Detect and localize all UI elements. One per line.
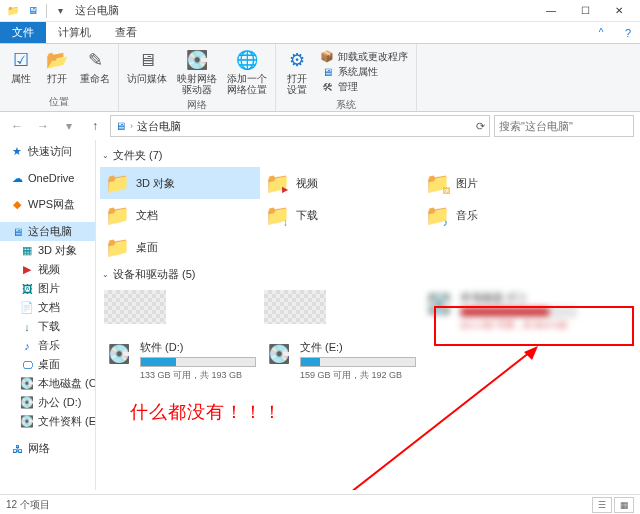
close-button[interactable]: ✕ bbox=[602, 0, 636, 22]
folder-icon: 📁 bbox=[424, 202, 450, 228]
map-drive-button[interactable]: 💽 映射网络 驱动器 bbox=[173, 46, 221, 97]
help-icon[interactable]: ? bbox=[616, 22, 640, 43]
folder-video[interactable]: 📁视频 bbox=[260, 167, 420, 199]
sidebar-item-docs[interactable]: 📄文档 bbox=[0, 298, 95, 317]
view-details-button[interactable]: ☰ bbox=[592, 497, 612, 513]
manage-icon: 🛠 bbox=[320, 80, 334, 94]
folders-grid: 📁3D 对象 📁视频 📁图片 📁文档 📁下载 📁音乐 📁桌面 bbox=[100, 167, 632, 263]
folder-icon: 📁 bbox=[104, 234, 130, 260]
drive-icon: 💽 bbox=[20, 415, 34, 429]
search-box[interactable]: 🔍 bbox=[494, 115, 634, 137]
music-icon: ♪ bbox=[20, 339, 34, 353]
picture-icon: 🖼 bbox=[20, 282, 34, 296]
sidebar-item-downloads[interactable]: ↓下载 bbox=[0, 317, 95, 336]
sidebar-item-filesE[interactable]: 💽文件资料 (E:) bbox=[0, 412, 95, 431]
sidebar-item-3d[interactable]: ▦3D 对象 bbox=[0, 241, 95, 260]
video-icon: ▶ bbox=[20, 263, 34, 277]
drive-e[interactable]: 💽 文件 (E:) 159 GB 可用，共 192 GB bbox=[260, 336, 420, 386]
open-icon: 📂 bbox=[45, 48, 69, 72]
group-label-network: 网络 bbox=[123, 97, 271, 114]
back-button[interactable]: ← bbox=[6, 115, 28, 137]
refresh-dropdown-icon[interactable]: ⟳ bbox=[476, 120, 485, 133]
folder-icon: 📁 bbox=[104, 202, 130, 228]
ribbon-toggle-icon[interactable]: ^ bbox=[586, 22, 616, 43]
tab-file[interactable]: 文件 bbox=[0, 22, 46, 43]
breadcrumb-pc-icon: 🖥 bbox=[115, 120, 126, 132]
sidebar: ★快速访问 ☁OneDrive ◆WPS网盘 🖥这台电脑 ▦3D 对象 ▶视频 … bbox=[0, 140, 96, 490]
tab-view[interactable]: 查看 bbox=[103, 22, 149, 43]
sysprops-icon: 🖥 bbox=[320, 65, 334, 79]
system-props-button[interactable]: 🖥系统属性 bbox=[320, 65, 408, 79]
drive-hidden-1[interactable] bbox=[100, 286, 260, 336]
sidebar-item-onedrive[interactable]: ☁OneDrive bbox=[0, 169, 95, 187]
search-input[interactable] bbox=[499, 120, 637, 132]
folder-docs[interactable]: 📁文档 bbox=[100, 199, 260, 231]
manage-button[interactable]: 🛠管理 bbox=[320, 80, 408, 94]
sidebar-item-wps[interactable]: ◆WPS网盘 bbox=[0, 195, 95, 214]
sidebar-item-thispc[interactable]: 🖥这台电脑 bbox=[0, 222, 95, 241]
minimize-button[interactable]: — bbox=[534, 0, 568, 22]
sidebar-item-music[interactable]: ♪音乐 bbox=[0, 336, 95, 355]
sidebar-item-pictures[interactable]: 🖼图片 bbox=[0, 279, 95, 298]
rename-button[interactable]: ✎ 重命名 bbox=[76, 46, 114, 94]
view-large-button[interactable]: ▦ bbox=[614, 497, 634, 513]
qat-dropdown-icon[interactable]: ▾ bbox=[51, 2, 69, 20]
group-label-system: 系统 bbox=[280, 97, 412, 114]
drive-d[interactable]: 💽 软件 (D:) 133 GB 可用，共 193 GB bbox=[100, 336, 260, 386]
drive-c[interactable]: 💽 本地磁盘 (C:) 16.1 GB 可用，共 69.0 GB bbox=[420, 286, 580, 336]
access-media-button[interactable]: 🖥 访问媒体 bbox=[123, 46, 171, 97]
sidebar-item-quick-access[interactable]: ★快速访问 bbox=[0, 142, 95, 161]
mosaic-icon bbox=[104, 290, 166, 324]
ribbon-tabs: 文件 计算机 查看 ^ ? bbox=[0, 22, 640, 44]
tab-computer[interactable]: 计算机 bbox=[46, 22, 103, 43]
folder-icon: 📁 bbox=[264, 202, 290, 228]
status-bar: 12 个项目 ☰ ▦ bbox=[0, 494, 640, 514]
folder-pictures[interactable]: 📁图片 bbox=[420, 167, 580, 199]
add-location-button[interactable]: 🌐 添加一个 网络位置 bbox=[223, 46, 271, 97]
ribbon-group-location: ☑ 属性 📂 打开 ✎ 重命名 位置 bbox=[0, 44, 119, 111]
chevron-down-icon: ⌄ bbox=[102, 151, 109, 160]
sidebar-item-video[interactable]: ▶视频 bbox=[0, 260, 95, 279]
properties-button[interactable]: ☑ 属性 bbox=[4, 46, 38, 94]
breadcrumb-item[interactable]: 这台电脑 bbox=[137, 119, 181, 134]
folder-downloads[interactable]: 📁下载 bbox=[260, 199, 420, 231]
usage-bar bbox=[140, 357, 256, 367]
window-title: 这台电脑 bbox=[75, 3, 119, 18]
uninstall-icon: 📦 bbox=[320, 50, 334, 64]
chevron-down-icon: ⌄ bbox=[102, 270, 109, 279]
window-controls: — ☐ ✕ bbox=[534, 0, 636, 22]
chevron-icon[interactable]: › bbox=[130, 121, 133, 131]
folder-music[interactable]: 📁音乐 bbox=[420, 199, 580, 231]
uninstall-button[interactable]: 📦卸载或更改程序 bbox=[320, 50, 408, 64]
content-area: ⌄ 文件夹 (7) 📁3D 对象 📁视频 📁图片 📁文档 📁下载 📁音乐 📁桌面… bbox=[96, 140, 640, 490]
mosaic-icon bbox=[264, 290, 326, 324]
folder-icon: 📁 bbox=[424, 170, 450, 196]
item-count: 12 个项目 bbox=[6, 498, 50, 512]
forward-button[interactable]: → bbox=[32, 115, 54, 137]
body: ★快速访问 ☁OneDrive ◆WPS网盘 🖥这台电脑 ▦3D 对象 ▶视频 … bbox=[0, 140, 640, 490]
ribbon: ☑ 属性 📂 打开 ✎ 重命名 位置 🖥 访问媒体 💽 映射网络 驱动器 bbox=[0, 44, 640, 112]
sidebar-item-officeD[interactable]: 💽办公 (D:) bbox=[0, 393, 95, 412]
download-icon: ↓ bbox=[20, 320, 34, 334]
sidebar-item-network[interactable]: 🖧网络 bbox=[0, 439, 95, 458]
settings-icon: ⚙ bbox=[285, 48, 309, 72]
map-drive-icon: 💽 bbox=[185, 48, 209, 72]
ribbon-group-system: ⚙ 打开 设置 📦卸载或更改程序 🖥系统属性 🛠管理 系统 bbox=[276, 44, 417, 111]
group-label-location: 位置 bbox=[4, 94, 114, 111]
wps-icon: ◆ bbox=[10, 198, 24, 212]
open-button[interactable]: 📂 打开 bbox=[40, 46, 74, 94]
drive-icon: 💽 bbox=[264, 340, 294, 368]
breadcrumb[interactable]: 🖥 › 这台电脑 ⟳ bbox=[110, 115, 490, 137]
drive-hidden-2[interactable] bbox=[260, 286, 420, 336]
section-drives-header[interactable]: ⌄ 设备和驱动器 (5) bbox=[100, 263, 632, 286]
sidebar-item-localc[interactable]: 💽本地磁盘 (C:) bbox=[0, 374, 95, 393]
section-folders-header[interactable]: ⌄ 文件夹 (7) bbox=[100, 144, 632, 167]
folder-desktop[interactable]: 📁桌面 bbox=[100, 231, 260, 263]
open-settings-button[interactable]: ⚙ 打开 设置 bbox=[280, 46, 314, 97]
folder-3d[interactable]: 📁3D 对象 bbox=[100, 167, 260, 199]
recent-dropdown[interactable]: ▾ bbox=[58, 115, 80, 137]
folder-icon: 📁 bbox=[104, 170, 130, 196]
sidebar-item-desktop[interactable]: 🖵桌面 bbox=[0, 355, 95, 374]
up-button[interactable]: ↑ bbox=[84, 115, 106, 137]
maximize-button[interactable]: ☐ bbox=[568, 0, 602, 22]
